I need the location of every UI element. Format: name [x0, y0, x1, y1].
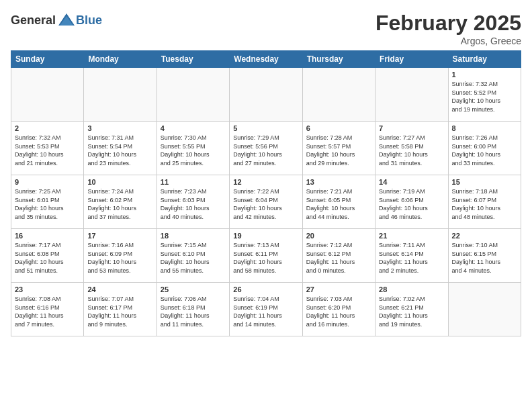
day-number: 24	[87, 285, 152, 293]
day-info: Sunrise: 7:12 AM Sunset: 6:12 PM Dayligh…	[306, 241, 371, 275]
day-number: 16	[15, 232, 80, 240]
day-number: 23	[15, 285, 80, 293]
weekday-header-monday: Monday	[84, 51, 157, 68]
day-info: Sunrise: 7:21 AM Sunset: 6:05 PM Dayligh…	[306, 187, 371, 221]
day-number: 3	[87, 124, 152, 132]
day-info: Sunrise: 7:03 AM Sunset: 6:20 PM Dayligh…	[306, 295, 371, 328]
day-info: Sunrise: 7:10 AM Sunset: 6:15 PM Dayligh…	[452, 241, 517, 275]
logo-general-text: General	[11, 13, 56, 28]
day-number: 5	[233, 124, 298, 132]
day-info: Sunrise: 7:13 AM Sunset: 6:11 PM Dayligh…	[233, 241, 298, 275]
weekday-header-row: SundayMondayTuesdayWednesdayThursdayFrid…	[11, 51, 521, 68]
day-number: 9	[15, 178, 80, 186]
day-info: Sunrise: 7:18 AM Sunset: 6:07 PM Dayligh…	[452, 187, 517, 221]
day-number: 18	[161, 232, 226, 240]
calendar-cell	[84, 68, 157, 122]
location: Argos, Greece	[375, 36, 521, 46]
calendar-cell	[230, 68, 302, 122]
day-number: 17	[87, 232, 152, 240]
calendar-cell: 7Sunrise: 7:27 AM Sunset: 5:58 PM Daylig…	[375, 122, 448, 175]
calendar-cell: 21Sunrise: 7:11 AM Sunset: 6:14 PM Dayli…	[375, 229, 448, 283]
calendar-cell	[302, 68, 375, 122]
calendar-cell: 25Sunrise: 7:06 AM Sunset: 6:18 PM Dayli…	[157, 283, 229, 336]
weekday-header-thursday: Thursday	[302, 51, 375, 68]
logo: General Blue	[11, 11, 102, 30]
day-number: 15	[452, 178, 517, 186]
weekday-header-friday: Friday	[375, 51, 448, 68]
calendar-cell: 16Sunrise: 7:17 AM Sunset: 6:08 PM Dayli…	[11, 229, 84, 283]
day-number: 1	[452, 71, 517, 79]
calendar-cell: 23Sunrise: 7:08 AM Sunset: 6:16 PM Dayli…	[11, 283, 84, 336]
day-info: Sunrise: 7:16 AM Sunset: 6:09 PM Dayligh…	[87, 241, 152, 275]
calendar-cell: 14Sunrise: 7:19 AM Sunset: 6:06 PM Dayli…	[375, 175, 448, 229]
calendar-cell: 18Sunrise: 7:15 AM Sunset: 6:10 PM Dayli…	[157, 229, 229, 283]
day-info: Sunrise: 7:25 AM Sunset: 6:01 PM Dayligh…	[15, 187, 80, 221]
calendar-cell	[448, 283, 521, 336]
day-number: 26	[233, 285, 298, 293]
day-number: 27	[306, 285, 371, 293]
day-number: 14	[379, 178, 444, 186]
calendar-cell: 1Sunrise: 7:32 AM Sunset: 5:52 PM Daylig…	[448, 68, 521, 122]
calendar-cell: 26Sunrise: 7:04 AM Sunset: 6:19 PM Dayli…	[230, 283, 302, 336]
calendar-cell: 15Sunrise: 7:18 AM Sunset: 6:07 PM Dayli…	[448, 175, 521, 229]
calendar-cell: 28Sunrise: 7:02 AM Sunset: 6:21 PM Dayli…	[375, 283, 448, 336]
day-info: Sunrise: 7:27 AM Sunset: 5:58 PM Dayligh…	[379, 134, 444, 167]
day-info: Sunrise: 7:02 AM Sunset: 6:21 PM Dayligh…	[379, 295, 444, 328]
day-number: 20	[306, 232, 371, 240]
day-number: 25	[161, 285, 226, 293]
day-number: 22	[452, 232, 517, 240]
day-info: Sunrise: 7:32 AM Sunset: 5:52 PM Dayligh…	[452, 80, 517, 113]
day-number: 10	[87, 178, 152, 186]
day-info: Sunrise: 7:29 AM Sunset: 5:56 PM Dayligh…	[233, 134, 298, 167]
day-number: 19	[233, 232, 298, 240]
day-info: Sunrise: 7:19 AM Sunset: 6:06 PM Dayligh…	[379, 187, 444, 221]
day-info: Sunrise: 7:15 AM Sunset: 6:10 PM Dayligh…	[161, 241, 226, 275]
calendar-cell	[375, 68, 448, 122]
week-row-4: 16Sunrise: 7:17 AM Sunset: 6:08 PM Dayli…	[11, 229, 521, 283]
day-info: Sunrise: 7:22 AM Sunset: 6:04 PM Dayligh…	[233, 187, 298, 221]
calendar-cell: 4Sunrise: 7:30 AM Sunset: 5:55 PM Daylig…	[157, 122, 229, 175]
weekday-header-saturday: Saturday	[448, 51, 521, 68]
day-number: 11	[161, 178, 226, 186]
calendar-table: SundayMondayTuesdayWednesdayThursdayFrid…	[11, 50, 521, 336]
weekday-header-sunday: Sunday	[11, 51, 84, 68]
day-info: Sunrise: 7:11 AM Sunset: 6:14 PM Dayligh…	[379, 241, 444, 275]
day-info: Sunrise: 7:31 AM Sunset: 5:54 PM Dayligh…	[87, 134, 152, 167]
day-number: 13	[306, 178, 371, 186]
calendar-cell: 22Sunrise: 7:10 AM Sunset: 6:15 PM Dayli…	[448, 229, 521, 283]
day-number: 21	[379, 232, 444, 240]
day-info: Sunrise: 7:23 AM Sunset: 6:03 PM Dayligh…	[161, 187, 226, 221]
week-row-3: 9Sunrise: 7:25 AM Sunset: 6:01 PM Daylig…	[11, 175, 521, 229]
day-info: Sunrise: 7:26 AM Sunset: 6:00 PM Dayligh…	[452, 134, 517, 167]
page-header: General Blue February 2025 Argos, Greece	[11, 11, 521, 46]
calendar-cell: 20Sunrise: 7:12 AM Sunset: 6:12 PM Dayli…	[302, 229, 375, 283]
day-info: Sunrise: 7:04 AM Sunset: 6:19 PM Dayligh…	[233, 295, 298, 328]
weekday-header-wednesday: Wednesday	[230, 51, 302, 68]
day-info: Sunrise: 7:32 AM Sunset: 5:53 PM Dayligh…	[15, 134, 80, 167]
calendar-cell	[11, 68, 84, 122]
calendar-cell: 2Sunrise: 7:32 AM Sunset: 5:53 PM Daylig…	[11, 122, 84, 175]
day-info: Sunrise: 7:24 AM Sunset: 6:02 PM Dayligh…	[87, 187, 152, 221]
day-info: Sunrise: 7:08 AM Sunset: 6:16 PM Dayligh…	[15, 295, 80, 328]
day-info: Sunrise: 7:28 AM Sunset: 5:57 PM Dayligh…	[306, 134, 371, 167]
day-number: 28	[379, 285, 444, 293]
day-info: Sunrise: 7:06 AM Sunset: 6:18 PM Dayligh…	[161, 295, 226, 328]
calendar-cell: 19Sunrise: 7:13 AM Sunset: 6:11 PM Dayli…	[230, 229, 302, 283]
day-info: Sunrise: 7:30 AM Sunset: 5:55 PM Dayligh…	[161, 134, 226, 167]
week-row-2: 2Sunrise: 7:32 AM Sunset: 5:53 PM Daylig…	[11, 122, 521, 175]
calendar-cell: 12Sunrise: 7:22 AM Sunset: 6:04 PM Dayli…	[230, 175, 302, 229]
month-title: February 2025	[375, 11, 521, 36]
day-number: 6	[306, 124, 371, 132]
calendar-cell: 9Sunrise: 7:25 AM Sunset: 6:01 PM Daylig…	[11, 175, 84, 229]
day-number: 4	[161, 124, 226, 132]
calendar-cell: 10Sunrise: 7:24 AM Sunset: 6:02 PM Dayli…	[84, 175, 157, 229]
calendar-cell: 6Sunrise: 7:28 AM Sunset: 5:57 PM Daylig…	[302, 122, 375, 175]
logo-icon	[57, 11, 76, 30]
calendar-cell: 5Sunrise: 7:29 AM Sunset: 5:56 PM Daylig…	[230, 122, 302, 175]
day-number: 8	[452, 124, 517, 132]
day-number: 12	[233, 178, 298, 186]
day-info: Sunrise: 7:07 AM Sunset: 6:17 PM Dayligh…	[87, 295, 152, 328]
calendar-cell	[157, 68, 229, 122]
weekday-header-tuesday: Tuesday	[157, 51, 229, 68]
logo-blue-text: Blue	[76, 13, 102, 28]
